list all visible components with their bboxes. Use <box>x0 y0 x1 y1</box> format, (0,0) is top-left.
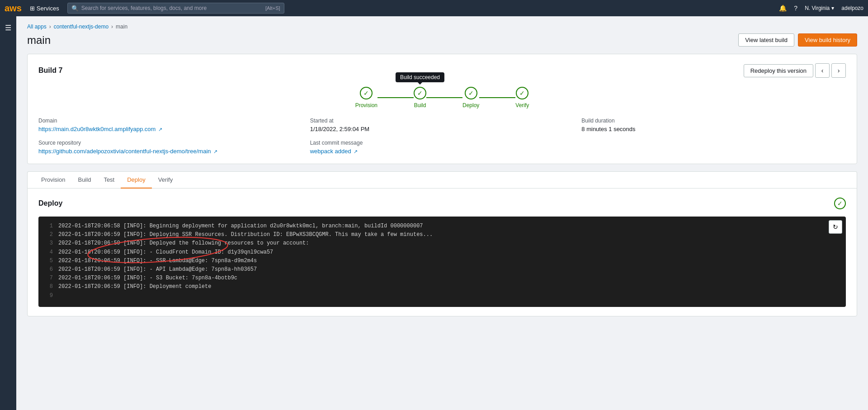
nav-right: 🔔 ? N. Virginia ▾ adelpozo <box>779 5 863 12</box>
provision-circle: ✓ <box>360 87 373 99</box>
meta-started-at: Started at 1/18/2022, 2:59:04 PM <box>310 118 575 132</box>
deploy-circle: ✓ <box>465 87 477 99</box>
breadcrumb-branch: main <box>116 24 127 30</box>
build-succeeded-tooltip: Build succeeded <box>396 72 444 82</box>
pipeline-line-3 <box>479 97 515 98</box>
tab-verify[interactable]: Verify <box>152 172 179 189</box>
build-card: Build 7 Redeploy this version ‹ › ✓ Prov… <box>27 54 857 164</box>
next-build-button[interactable]: › <box>831 63 846 78</box>
log-terminal-wrapper: 1 2022-01-18T20:06:58 [INFO]: Beginning … <box>38 217 846 307</box>
pipeline: ✓ Provision Build succeeded ✓ Build ✓ De… <box>38 87 846 108</box>
source-repo-link[interactable]: https://github.com/adelpozoxtivia/conten… <box>38 148 217 155</box>
chevron-left-icon: ‹ <box>821 67 824 74</box>
tab-deploy[interactable]: Deploy <box>121 172 151 189</box>
build-title: Build 7 <box>38 66 62 75</box>
page-layout: ☰ All apps › contentful-nextjs-demo › ma… <box>0 16 868 410</box>
services-button[interactable]: ⊞ Services <box>26 3 63 14</box>
sidebar-menu-icon[interactable]: ☰ <box>3 22 13 34</box>
main-content: All apps › contentful-nextjs-demo › main… <box>16 16 868 410</box>
region-selector[interactable]: N. Virginia ▾ <box>805 5 834 11</box>
breadcrumb-app-name[interactable]: contentful-nextjs-demo <box>54 24 108 30</box>
log-line-8: 8 2022-01-18T20:06:59 [INFO]: Deployment… <box>46 283 839 291</box>
log-line-9: 9 <box>46 292 839 300</box>
deploy-section-title: Deploy <box>38 199 62 207</box>
user-menu[interactable]: adelpozo <box>841 5 863 11</box>
log-line-7: 7 2022-01-18T20:06:59 [INFO]: - S3 Bucke… <box>46 274 839 283</box>
log-line-1: 1 2022-01-18T20:06:58 [INFO]: Beginning … <box>46 222 839 231</box>
external-link-icon: ↗ <box>158 127 162 132</box>
provision-label: Provision <box>355 102 377 108</box>
build-meta: Domain https://main.d2u0r8wktk0mcl.ampli… <box>38 118 846 155</box>
tab-build[interactable]: Build <box>71 172 97 189</box>
breadcrumb-all-apps[interactable]: All apps <box>27 24 47 30</box>
external-link-icon-2: ↗ <box>213 149 217 154</box>
redeploy-button[interactable]: Redeploy this version <box>744 64 813 77</box>
aws-logo[interactable]: aws <box>5 3 22 14</box>
top-navigation: aws ⊞ Services 🔍 [Alt+S] 🔔 ? N. Virginia… <box>0 0 868 16</box>
log-terminal: 1 2022-01-18T20:06:58 [INFO]: Beginning … <box>38 217 846 307</box>
build-circle: ✓ <box>414 87 426 99</box>
page-title: main <box>27 34 51 47</box>
help-icon[interactable]: ? <box>794 5 797 12</box>
verify-circle: ✓ <box>516 87 528 99</box>
log-line-4: 4 2022-01-18T20:06:59 [INFO]: - CloudFro… <box>46 248 839 257</box>
deploy-section-header: Deploy ✓ <box>38 198 846 209</box>
deploy-label: Deploy <box>462 102 479 108</box>
build-label: Build <box>414 102 426 108</box>
chevron-down-icon: ▾ <box>831 5 834 11</box>
meta-build-duration: Build duration 8 minutes 1 seconds <box>581 118 846 132</box>
pipeline-line-1 <box>377 97 414 98</box>
prev-build-button[interactable]: ‹ <box>815 63 830 78</box>
pipeline-step-provision: ✓ Provision <box>355 87 377 108</box>
external-link-icon-3: ↗ <box>354 149 358 154</box>
pipeline-step-verify: ✓ Verify <box>515 87 529 108</box>
meta-last-commit: Last commit message webpack added ↗ <box>310 140 575 155</box>
page-header: main View latest build View build histor… <box>27 33 857 47</box>
tab-provision[interactable]: Provision <box>35 172 71 189</box>
search-bar[interactable]: 🔍 [Alt+S] <box>67 3 284 14</box>
search-icon: 🔍 <box>71 5 79 12</box>
meta-domain: Domain https://main.d2u0r8wktk0mcl.ampli… <box>38 118 303 132</box>
domain-link[interactable]: https://main.d2u0r8wktk0mcl.amplifyapp.c… <box>38 126 162 132</box>
log-line-5: 5 2022-01-18T20:06:59 [INFO]: - SSR Lamb… <box>46 257 839 265</box>
verify-label: Verify <box>515 102 529 108</box>
last-commit-link[interactable]: webpack added ↗ <box>310 148 358 155</box>
build-card-actions: Redeploy this version ‹ › <box>744 63 846 78</box>
header-actions: View latest build View build history <box>738 33 857 47</box>
tabs-bar: Provision Build Test Deploy Verify <box>27 171 857 188</box>
breadcrumb: All apps › contentful-nextjs-demo › main <box>27 24 857 30</box>
deploy-section: Deploy ✓ 1 2022-01-18T20:06:58 [INFO]: B… <box>27 188 857 316</box>
sidebar-toggle: ☰ <box>0 16 16 410</box>
pipeline-step-deploy: ✓ Deploy <box>462 87 479 108</box>
pipeline-step-build: Build succeeded ✓ Build <box>414 87 426 108</box>
tab-test[interactable]: Test <box>97 172 121 189</box>
view-latest-build-button[interactable]: View latest build <box>738 33 794 47</box>
deploy-success-icon: ✓ <box>834 198 846 209</box>
search-input[interactable] <box>81 5 265 11</box>
meta-source-repo: Source repository https://github.com/ade… <box>38 140 303 155</box>
refresh-logs-button[interactable]: ↻ <box>829 220 842 234</box>
log-line-6: 6 2022-01-18T20:06:59 [INFO]: - API Lamb… <box>46 265 839 274</box>
pipeline-line-2 <box>426 97 462 98</box>
view-build-history-button[interactable]: View build history <box>798 33 857 47</box>
refresh-icon: ↻ <box>833 223 838 231</box>
chevron-right-icon: › <box>838 67 840 74</box>
grid-icon: ⊞ <box>30 5 35 12</box>
notification-icon[interactable]: 🔔 <box>779 5 787 12</box>
log-line-3: 3 2022-01-18T20:06:59 [INFO]: Deployed t… <box>46 239 839 248</box>
log-line-2: 2 2022-01-18T20:06:59 [INFO]: Deploying … <box>46 231 839 239</box>
